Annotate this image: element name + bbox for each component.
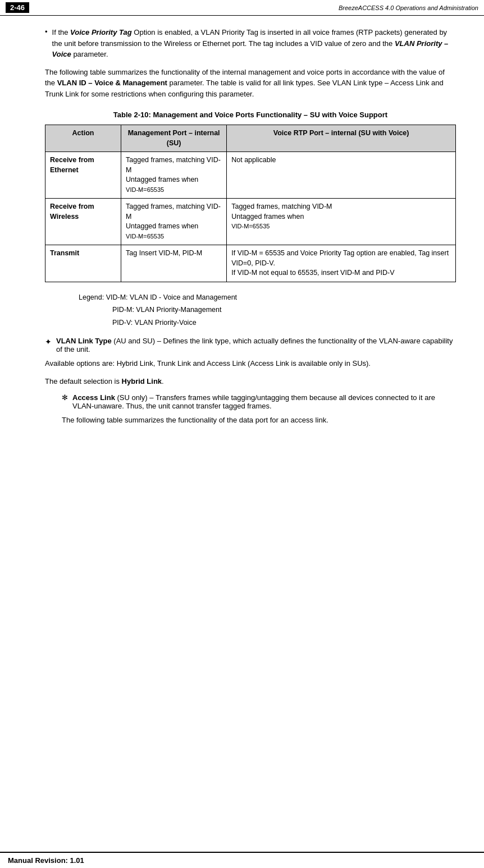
page-number: 2-46 [6,2,29,13]
bullet-symbol: • [45,27,48,60]
vlan-link-type-text: VLAN Link Type (AU and SU) – Defines the… [56,337,456,353]
vlan-link-type-label: VLAN Link Type [56,337,112,345]
cell-receive-ethernet-voice: Not applicable [227,152,456,199]
cell-receive-ethernet-action: Receive from Ethernet [45,152,121,199]
access-link-label: Access Link [72,393,115,402]
vlan-id-voice-management-label: VLAN ID – Voice & Management [57,79,167,87]
bullet-voice-priority: • If the Voice Priority Tag Option is en… [45,27,456,60]
footer-bar: Manual Revision: 1.01 [0,852,484,868]
crosshair-icon: ✦ [45,337,52,346]
paragraph-3: The default selection is Hybrid Link. [45,376,456,387]
col-header-action: Action [45,125,121,152]
table-row: Receive from Wireless Tagged frames, mat… [45,199,456,245]
paragraph-1: The following table summarizes the funct… [45,67,456,100]
col-header-management-port: Management Port – internal (SU) [121,125,227,152]
paragraph-4: The following table summarizes the funct… [62,415,456,426]
asterisk-icon: ✻ [62,393,68,402]
paragraph-2: Available options are: Hybrid Link, Trun… [45,358,456,369]
footer-label: Manual Revision: 1.01 [8,856,84,865]
cell-transmit-mgmt: Tag Insert VID-M, PID-M [121,245,227,282]
cell-receive-ethernet-mgmt: Tagged frames, matching VID-MUntagged fr… [121,152,227,199]
table-row: Receive from Ethernet Tagged frames, mat… [45,152,456,199]
legend-line1: Legend: VID-M: VLAN ID - Voice and Manag… [79,291,456,304]
cell-receive-wireless-mgmt: Tagged frames, matching VID-MUntagged fr… [121,199,227,245]
legend-line3: PID-V: VLAN Priority-Voice [79,316,456,329]
access-link-bullet: ✻ Access Link (SU only) – Transfers fram… [62,393,456,410]
header-title: BreezeACCESS 4.0 Operations and Administ… [339,4,478,11]
legend-line2: PID-M: VLAN Priority-Management [79,304,456,316]
legend-block: Legend: VID-M: VLAN ID - Voice and Manag… [79,291,456,329]
main-content: • If the Voice Priority Tag Option is en… [0,16,484,444]
voice-priority-tag-label: Voice Priority Tag [70,28,132,36]
cell-receive-wireless-voice: Tagged frames, matching VID-MUntagged fr… [227,199,456,245]
vlan-priority-voice-label: VLAN Priority – Voice [52,39,449,59]
table-header-row: Action Management Port – internal (SU) V… [45,125,456,152]
bullet-voice-priority-text: If the Voice Priority Tag Option is enab… [52,27,456,60]
header-bar: 2-46 BreezeACCESS 4.0 Operations and Adm… [0,0,484,16]
access-link-text: Access Link (SU only) – Transfers frames… [72,393,456,410]
hybrid-link-label: Hybrid Link [122,377,162,385]
main-table: Action Management Port – internal (SU) V… [45,125,456,282]
cell-receive-wireless-action: Receive from Wireless [45,199,121,245]
vlan-link-type-bullet: ✦ VLAN Link Type (AU and SU) – Defines t… [45,337,456,353]
col-header-voice-rtp: Voice RTP Port – internal (SU with Voice… [227,125,456,152]
cell-transmit-voice: If VID-M = 65535 and Voice Priority Tag … [227,245,456,282]
cell-transmit-action: Transmit [45,245,121,282]
table-row: Transmit Tag Insert VID-M, PID-M If VID-… [45,245,456,282]
table-title: Table 2-10: Management and Voice Ports F… [45,111,456,119]
